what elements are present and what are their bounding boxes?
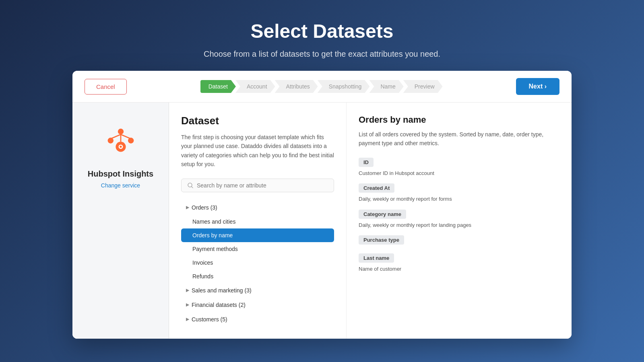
main-content: Hubspot Insights Change service Dataset … xyxy=(72,103,572,339)
sub-item-invoices[interactable]: Invoices xyxy=(181,256,334,269)
dataset-section-title: Dataset xyxy=(181,115,334,127)
detail-desc: List of all orders covered by the system… xyxy=(359,130,559,148)
category-orders[interactable]: ▶ Orders (3) xyxy=(181,200,334,215)
page-header: Select Datasets Choose from a list of da… xyxy=(0,0,644,71)
top-bar: Cancel Dataset Account Attributes Snapsh… xyxy=(72,71,572,103)
service-name: Hubspot Insights xyxy=(88,169,153,179)
attribute-created-at: Created At Daily, weekly or monthly repo… xyxy=(359,183,559,203)
arrow-icon: ▶ xyxy=(186,302,189,307)
attribute-badge-created-at: Created At xyxy=(359,183,394,193)
attribute-badge-category-name: Category name xyxy=(359,210,406,219)
attribute-badge-last-name: Last name xyxy=(359,253,394,263)
sub-item-names-cities[interactable]: Names and cities xyxy=(181,215,334,228)
steps-bar: Dataset Account Attributes Snapshotting … xyxy=(200,80,442,93)
attribute-last-name: Last name Name of customer xyxy=(359,253,559,273)
service-logo xyxy=(97,115,145,163)
attribute-desc-last-name: Name of customer xyxy=(359,265,559,273)
sub-item-refunds[interactable]: Refunds xyxy=(181,269,334,283)
left-panel: Hubspot Insights Change service xyxy=(72,103,169,339)
page-subtitle: Choose from a list of datasets to get th… xyxy=(0,49,644,59)
search-input[interactable] xyxy=(197,182,328,189)
category-financial[interactable]: ▶ Financial datasets (2) xyxy=(181,298,334,312)
cancel-button[interactable]: Cancel xyxy=(85,79,127,95)
svg-line-5 xyxy=(110,134,120,139)
arrow-icon: ▶ xyxy=(186,317,189,322)
step-dataset[interactable]: Dataset xyxy=(200,80,236,93)
category-sales-marketing[interactable]: ▶ Sales and marketing (3) xyxy=(181,283,334,298)
arrow-icon: ▶ xyxy=(186,288,189,293)
attribute-badge-purchase-type: Purchase type xyxy=(359,235,404,245)
svg-point-0 xyxy=(118,129,123,134)
arrow-icon: ▶ xyxy=(186,205,189,210)
category-list: ▶ Orders (3) Names and cities Orders by … xyxy=(181,200,334,327)
attribute-category-name: Category name Daily, weekly or monthly r… xyxy=(359,210,559,229)
attribute-id: ID Customer ID in Hubspot account xyxy=(359,158,559,177)
hubspot-icon xyxy=(103,121,139,157)
next-button[interactable]: Next › xyxy=(516,78,559,95)
step-attributes[interactable]: Attributes xyxy=(275,80,318,93)
right-panel: Dataset The first step is choosing your … xyxy=(169,103,572,339)
svg-point-8 xyxy=(120,146,122,148)
step-preview[interactable]: Preview xyxy=(403,80,443,93)
attribute-badge-id: ID xyxy=(359,158,374,167)
dataset-section: Dataset The first step is choosing your … xyxy=(169,103,346,339)
detail-panel: Orders by name List of all orders covere… xyxy=(346,103,572,339)
sub-item-payment-methods[interactable]: Payment methods xyxy=(181,242,334,256)
change-service-link[interactable]: Change service xyxy=(101,182,140,189)
attribute-purchase-type: Purchase type xyxy=(359,235,559,247)
page-title: Select Datasets xyxy=(0,20,644,42)
category-customers[interactable]: ▶ Customers (5) xyxy=(181,312,334,327)
sub-item-orders-by-name[interactable]: Orders by name xyxy=(181,228,334,242)
svg-line-10 xyxy=(192,186,193,188)
step-snapshotting[interactable]: Snapshotting xyxy=(318,80,370,93)
attribute-desc-id: Customer ID in Hubspot account xyxy=(359,169,559,177)
dataset-section-desc: The first step is choosing your dataset … xyxy=(181,133,334,169)
detail-title: Orders by name xyxy=(359,115,559,125)
search-icon xyxy=(187,182,194,189)
attribute-desc-category-name: Daily, weekly or monthly report for land… xyxy=(359,221,559,229)
attribute-desc-created-at: Daily, weekly or monthly report for form… xyxy=(359,195,559,203)
step-account[interactable]: Account xyxy=(235,80,275,93)
search-box xyxy=(181,179,334,192)
step-name[interactable]: Name xyxy=(369,80,403,93)
svg-line-6 xyxy=(121,134,131,139)
modal-container: Cancel Dataset Account Attributes Snapsh… xyxy=(72,71,572,339)
